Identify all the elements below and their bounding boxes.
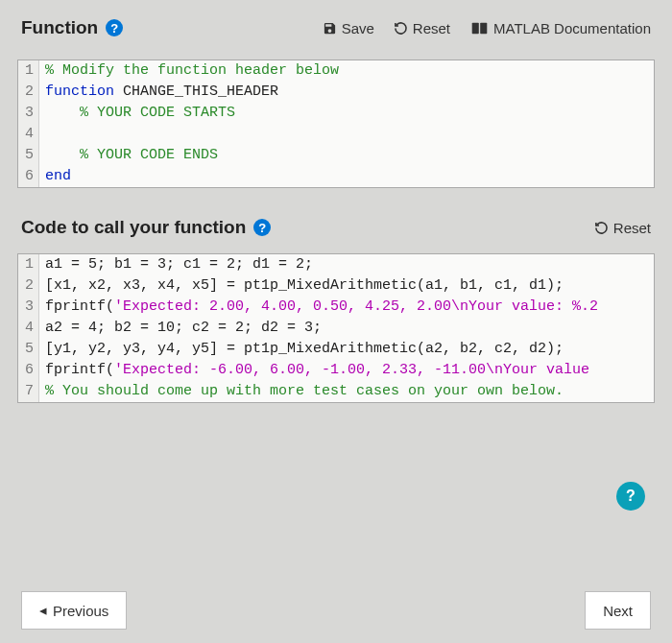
matlab-doc-label: MATLAB Documentation (493, 20, 651, 36)
chat-help-button[interactable]: ? (616, 482, 645, 511)
save-button[interactable]: Save (323, 20, 374, 36)
call-editor[interactable]: 1a1 = 5; b1 = 3; c1 = 2; d1 = 2;2[x1, x2… (17, 253, 655, 403)
function-editor[interactable]: 1% Modify the function header below2func… (17, 60, 655, 188)
code-line[interactable]: 4 (18, 124, 654, 145)
code-text[interactable]: fprintf('Expected: -6.00, 6.00, -1.00, 2… (39, 360, 589, 381)
code-text[interactable] (39, 124, 54, 145)
code-text[interactable]: % Modify the function header below (39, 60, 339, 82)
code-line[interactable]: 6fprintf('Expected: -6.00, 6.00, -1.00, … (18, 360, 654, 381)
code-line[interactable]: 1% Modify the function header below (18, 60, 654, 82)
help-icon[interactable]: ? (253, 219, 271, 236)
line-number: 2 (18, 82, 39, 103)
line-number: 6 (18, 166, 39, 187)
line-number: 1 (18, 254, 39, 275)
reset-icon (394, 21, 408, 36)
code-text[interactable]: function CHANGE_THIS_HEADER (39, 82, 278, 103)
code-line[interactable]: 1a1 = 5; b1 = 3; c1 = 2; d1 = 2; (18, 254, 654, 275)
page-title: Function (21, 17, 98, 38)
save-label: Save (342, 20, 374, 36)
code-line[interactable]: 4a2 = 4; b2 = 10; c2 = 2; d2 = 3; (18, 318, 654, 339)
code-text[interactable]: a1 = 5; b1 = 3; c1 = 2; d1 = 2; (39, 254, 313, 275)
code-text[interactable]: [y1, y2, y3, y4, y5] = pt1p_MixedArithme… (39, 339, 564, 360)
code-text[interactable]: % YOUR CODE ENDS (39, 145, 218, 166)
code-line[interactable]: 5[y1, y2, y3, y4, y5] = pt1p_MixedArithm… (18, 339, 654, 360)
line-number: 4 (18, 124, 39, 145)
code-line[interactable]: 2[x1, x2, x3, x4, x5] = pt1p_MixedArithm… (18, 275, 654, 297)
book-icon (471, 22, 488, 35)
reset-button[interactable]: Reset (394, 20, 450, 36)
code-line[interactable]: 6end (18, 166, 654, 187)
line-number: 6 (18, 360, 39, 381)
svg-rect-1 (480, 22, 487, 33)
code-line[interactable]: 3fprintf('Expected: 2.00, 4.00, 0.50, 4.… (18, 297, 654, 318)
previous-button[interactable]: ◂ Previous (21, 591, 127, 630)
reset-icon (594, 221, 609, 235)
line-number: 5 (18, 339, 39, 360)
line-number: 7 (18, 381, 39, 402)
next-button[interactable]: Next (585, 591, 651, 630)
code-line[interactable]: 2function CHANGE_THIS_HEADER (18, 82, 654, 103)
svg-rect-0 (472, 22, 479, 33)
reset-label: Reset (413, 20, 450, 36)
help-icon[interactable]: ? (106, 19, 123, 36)
code-text[interactable]: fprintf('Expected: 2.00, 4.00, 0.50, 4.2… (39, 297, 598, 318)
reset-call-label: Reset (613, 220, 651, 236)
code-text[interactable]: % You should come up with more test case… (39, 381, 564, 402)
code-line[interactable]: 3 % YOUR CODE STARTS (18, 103, 654, 124)
code-text[interactable]: end (39, 166, 71, 187)
code-line[interactable]: 7% You should come up with more test cas… (18, 381, 654, 402)
line-number: 2 (18, 275, 39, 297)
line-number: 5 (18, 145, 39, 166)
line-number: 3 (18, 297, 39, 318)
previous-label: Previous (53, 603, 108, 619)
line-number: 3 (18, 103, 39, 124)
reset-call-button[interactable]: Reset (594, 220, 651, 236)
call-section-title: Code to call your function (21, 217, 246, 238)
chevron-left-icon: ◂ (39, 602, 47, 619)
line-number: 1 (18, 60, 39, 82)
next-label: Next (603, 603, 633, 619)
code-line[interactable]: 5 % YOUR CODE ENDS (18, 145, 654, 166)
line-number: 4 (18, 318, 39, 339)
matlab-doc-link[interactable]: MATLAB Documentation (471, 20, 651, 36)
code-text[interactable]: a2 = 4; b2 = 10; c2 = 2; d2 = 3; (39, 318, 322, 339)
code-text[interactable]: [x1, x2, x3, x4, x5] = pt1p_MixedArithme… (39, 275, 564, 297)
code-text[interactable]: % YOUR CODE STARTS (39, 103, 235, 124)
save-icon (323, 21, 337, 36)
